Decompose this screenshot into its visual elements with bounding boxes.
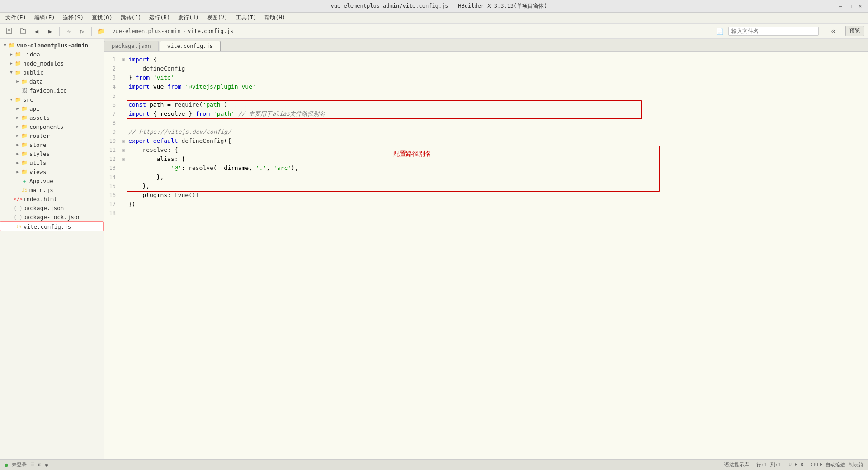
tab-package-json[interactable]: package.json [104, 41, 159, 51]
sidebar-item-styles[interactable]: ▶ 📁 styles [0, 149, 104, 158]
search-bar[interactable] [728, 27, 819, 36]
file-icon-button[interactable]: 📄 [714, 25, 726, 37]
sidebar-item-vite-config-js[interactable]: JS vite.config.js [0, 221, 104, 231]
minimize-button[interactable]: — [837, 3, 844, 9]
line-num-6: 6 [104, 100, 120, 109]
code-line-17: 17 }) [104, 200, 868, 209]
sidebar-item-main-js[interactable]: JS main.js [0, 185, 104, 194]
toolbar: ◀ ▶ ☆ ▷ 📁 vue-elementplus-admin › vite.c… [0, 24, 868, 39]
menu-file[interactable]: 文件(E) [2, 13, 30, 23]
favicon-file-icon: 🖼 [21, 87, 28, 94]
api-arrow: ▶ [14, 105, 21, 112]
sidebar-item-components[interactable]: ▶ 📁 components [0, 122, 104, 131]
status-left: ● 未登录 ☰ ⊞ ◉ [5, 461, 48, 468]
fold-btn-1[interactable]: ▣ [120, 55, 127, 64]
code-line-15: 15 }, [104, 182, 868, 191]
sidebar-item-node-modules[interactable]: ▶ 📁 node_modules [0, 59, 104, 68]
new-file-button[interactable] [4, 25, 15, 37]
sidebar-item-public[interactable]: ▼ 📁 public [0, 68, 104, 77]
menu-run[interactable]: 运行(R) [146, 13, 174, 23]
fold-btn-12[interactable]: ▣ [120, 155, 127, 164]
sidebar-root[interactable]: ▼ 📁 vue-elementplus-admin [0, 41, 104, 50]
status-login[interactable]: 未登录 [12, 461, 27, 468]
open-file-button[interactable] [17, 25, 29, 37]
package-json-file-icon: { } [14, 204, 22, 212]
menu-edit[interactable]: 编辑(E) [31, 13, 59, 23]
code-content-4: import vue from '@vitejs/plugin-vue' [127, 82, 868, 91]
assets-folder-icon: 📁 [21, 114, 28, 121]
bookmark-button[interactable]: ☆ [63, 25, 75, 37]
breadcrumb-project[interactable]: vue-elementplus-admin [112, 28, 181, 34]
sidebar-item-views[interactable]: ▶ 📁 views [0, 167, 104, 176]
code-line-11: 11 ▣ resolve: { [104, 146, 868, 155]
sidebar-item-app-vue[interactable]: ◈ App.vue [0, 176, 104, 185]
menu-jump[interactable]: 跳转(J) [117, 13, 145, 23]
line-num-13: 13 [104, 164, 120, 173]
line-num-18: 18 [104, 209, 120, 218]
forward-button[interactable]: ▶ [44, 25, 56, 37]
views-label: views [29, 169, 47, 175]
code-line-4: 4 import vue from '@vitejs/plugin-vue' [104, 82, 868, 91]
code-editor[interactable]: 1 ▣ import { 2 defineConfig 3 } from 'vi… [104, 52, 868, 459]
api-folder-icon: 📁 [21, 105, 28, 112]
status-right: 语法提示库 行:1 列:1 UTF-8 CRLF 自动缩进 制表符 [724, 461, 863, 468]
code-line-9: 9 // https://vitejs.dev/config/ [104, 127, 868, 136]
menu-view[interactable]: 视图(V) [203, 13, 231, 23]
sidebar-item-src[interactable]: ▼ 📁 src [0, 95, 104, 104]
line-num-16: 16 [104, 191, 120, 200]
breadcrumb: vue-elementplus-admin › vite.config.js [112, 28, 712, 34]
sidebar-item-idea[interactable]: ▶ 📁 .idea [0, 50, 104, 59]
back-button[interactable]: ◀ [31, 25, 42, 37]
line-num-3: 3 [104, 73, 120, 82]
sidebar-item-index-html[interactable]: </> index.html [0, 194, 104, 203]
sidebar-item-package-json[interactable]: { } package.json [0, 203, 104, 212]
close-button[interactable]: ✕ [857, 3, 863, 9]
router-label: router [29, 132, 50, 139]
sidebar-item-favicon[interactable]: 🖼 favicon.ico [0, 86, 104, 95]
idea-folder-icon: 📁 [14, 51, 22, 58]
fold-btn-10[interactable]: ▣ [120, 136, 127, 146]
store-folder-icon: 📁 [21, 141, 28, 148]
menu-select[interactable]: 选择(S) [59, 13, 87, 23]
public-label: public [23, 69, 43, 76]
package-json-label: package.json [23, 205, 64, 212]
src-folder-icon: 📁 [14, 96, 22, 103]
components-arrow: ▶ [14, 123, 21, 130]
status-grid-icon[interactable]: ⊞ [38, 462, 42, 468]
vite-config-js-file-icon: JS [15, 223, 22, 230]
search-input[interactable] [731, 28, 816, 34]
status-list-icon[interactable]: ☰ [30, 462, 35, 468]
sidebar-item-data[interactable]: ▶ 📁 data [0, 77, 104, 86]
tab-vite-config-js[interactable]: vite.config.js [160, 41, 221, 51]
maximize-button[interactable]: □ [847, 3, 854, 9]
menu-find[interactable]: 查找(Q) [88, 13, 116, 23]
sidebar-item-store[interactable]: ▶ 📁 store [0, 140, 104, 149]
menu-publish[interactable]: 发行(U) [175, 13, 203, 23]
status-settings-icon[interactable]: ◉ [45, 462, 48, 468]
views-folder-icon: 📁 [21, 168, 28, 175]
assets-arrow: ▶ [14, 114, 21, 121]
sidebar-item-api[interactable]: ▶ 📁 api [0, 104, 104, 113]
fold-btn-11[interactable]: ▣ [120, 146, 127, 155]
code-content-17: }) [127, 200, 868, 209]
sidebar-item-assets[interactable]: ▶ 📁 assets [0, 113, 104, 122]
sidebar-item-router[interactable]: ▶ 📁 router [0, 131, 104, 140]
window-controls[interactable]: — □ ✕ [837, 3, 863, 9]
extra-btn-1[interactable]: ⊘ [827, 25, 839, 37]
vite-config-js-arrow [9, 223, 15, 230]
main-js-file-icon: JS [21, 186, 28, 193]
sidebar-item-package-lock-json[interactable]: { } package-lock.json [0, 212, 104, 221]
code-content-14: }, [127, 173, 868, 182]
menu-help[interactable]: 帮助(H) [261, 13, 289, 23]
breadcrumb-file[interactable]: vite.config.js [188, 28, 233, 34]
node-modules-arrow: ▶ [8, 60, 14, 66]
preview-button[interactable]: 预览 [845, 26, 864, 36]
menu-tools[interactable]: 工具(T) [232, 13, 260, 23]
title-bar: vue-elementplus-admin/vite.config.js - H… [0, 0, 868, 13]
sidebar-item-utils[interactable]: ▶ 📁 utils [0, 158, 104, 167]
code-content-18 [127, 209, 868, 218]
run-button[interactable]: ▷ [76, 25, 88, 37]
tabs-bar: package.json vite.config.js [104, 39, 868, 52]
folder-icon[interactable]: 📁 [95, 25, 107, 37]
root-folder-icon: 📁 [8, 42, 15, 49]
